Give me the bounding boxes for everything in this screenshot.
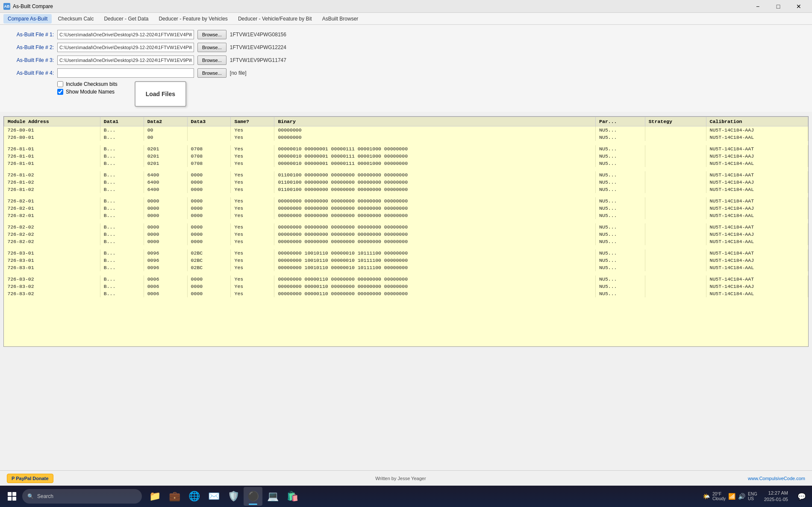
cell-strategy [645,152,706,160]
minimize-button[interactable]: − [748,0,768,13]
cell-binary: 01100100 00000000 00000000 00000000 0000… [274,179,596,186]
cell-same: Yes [231,171,274,179]
cell-par: NU5... [596,126,645,134]
clock[interactable]: 12:27 AM 2025-01-05 [761,490,791,503]
network-icon[interactable]: 📶 [728,493,736,500]
cell-addr: 726-81-01 [4,152,100,160]
cell-strategy [645,283,706,290]
taskbar-app-teams[interactable]: 💼 [165,487,184,506]
browse-button-2[interactable]: Browse... [197,43,227,52]
notifications-button[interactable]: 💬 [795,487,809,506]
menu-compare-as-built[interactable]: Compare As-Built [3,14,52,23]
taskbar-app-edge[interactable]: 🌐 [185,487,203,506]
table-row: 726-81-02 B... 6400 0000 Yes 01100100 00… [4,186,808,193]
load-files-button[interactable]: Load Files [135,81,186,107]
cell-d2: 0096 [144,264,187,271]
cell-addr: 726-83-02 [4,275,100,283]
cell-d2: 0201 [144,145,187,152]
col-module-address: Module Address [4,117,100,126]
terminal-icon: 💻 [267,491,279,502]
cell-strategy [645,275,706,283]
grid-spacer-row [4,167,808,171]
data-grid: Module Address Data1 Data2 Data3 Same? B… [4,117,808,297]
cell-binary: 00000000 00000110 00000000 00000000 0000… [274,283,596,290]
cell-d1: B... [100,152,144,160]
browse-button-1[interactable]: Browse... [197,30,227,39]
cell-cal: NU5T-14C184-AAT [706,145,808,152]
taskbar-app-explorer[interactable]: 📁 [145,487,164,506]
file-row-1: As-Built File # 1: Browse... 1FTVW1EV4PW… [7,30,805,39]
cell-cal: NU5T-14C184-AAT [706,171,808,179]
weather-icon: 🌤️ [703,493,710,500]
cell-par: NU5... [596,238,645,245]
file-input-3[interactable] [57,56,194,65]
cell-binary: 00000000 00000110 00000000 00000000 0000… [274,290,596,297]
table-row: 726-82-01 B... 0000 0000 Yes 00000000 00… [4,197,808,205]
taskbar-app-security[interactable]: 🛡️ [224,487,243,506]
maximize-button[interactable]: □ [768,0,788,13]
cell-d2: 00 [144,134,187,141]
cell-addr: 726-81-02 [4,171,100,179]
cell-d2: 0096 [144,257,187,264]
taskbar-app-store[interactable]: 🛍️ [283,487,302,506]
table-row: 726-83-02 B... 0006 0000 Yes 00000000 00… [4,290,808,297]
menu-checksum-calc[interactable]: Checksum Calc [53,14,98,23]
browse-button-4[interactable]: Browse... [197,68,227,78]
taskbar-app-github[interactable]: ⚫ [244,487,262,506]
table-row: 726-81-01 B... 0201 0708 Yes 00000010 00… [4,152,808,160]
paypal-button[interactable]: P PayPal Donate [7,474,53,483]
browse-button-3[interactable]: Browse... [197,56,227,65]
cell-cal: NU5T-14C184-AAL [706,290,808,297]
cell-binary: 00000000 00000000 00000000 00000000 0000… [274,197,596,205]
cell-d1: B... [100,126,144,134]
cell-d3: 0000 [187,238,231,245]
website-link[interactable]: www.CompulsiveCode.com [748,476,805,481]
system-tray: 🌤️ 20°F Cloudy 📶 🔊 ENG US [703,492,757,501]
start-button[interactable] [3,488,21,505]
cell-strategy [645,160,706,167]
cell-d1: B... [100,212,144,219]
show-module-names-checkbox[interactable] [57,89,63,95]
cell-d2: 0000 [144,223,187,231]
cell-addr: 726-82-02 [4,223,100,231]
cell-same: Yes [231,264,274,271]
cell-addr: 726-82-02 [4,231,100,238]
volume-icon[interactable]: 🔊 [738,493,745,500]
taskbar-app-terminal[interactable]: 💻 [263,487,282,506]
file-id-2: 1FTVW1EV4PWG12224 [230,44,286,50]
cell-strategy [645,171,706,179]
col-strategy: Strategy [645,117,706,126]
cell-d3: 0000 [187,290,231,297]
cell-strategy [645,212,706,219]
file-id-4: [no file] [230,70,247,76]
table-row: 726-81-02 B... 6400 0000 Yes 01100100 00… [4,179,808,186]
cell-d2: 0006 [144,283,187,290]
cell-same: Yes [231,205,274,212]
cell-par: NU5... [596,160,645,167]
cell-strategy [645,205,706,212]
window-title: As-Built Compare [13,3,53,9]
cell-d2: 6400 [144,186,187,193]
cell-d1: B... [100,257,144,264]
close-button[interactable]: ✕ [789,0,809,13]
file-label-4: As-Built File # 4: [7,70,54,76]
title-bar-left: AB As-Built Compare [3,3,53,10]
file-input-2[interactable] [57,43,194,52]
taskbar-app-mail[interactable]: ✉️ [204,487,223,506]
menu-asbuilt-browser[interactable]: AsBuilt Browser [318,14,363,23]
file-input-1[interactable] [57,30,194,39]
taskbar-search[interactable]: 🔍 Search [22,489,142,504]
cell-d3: 0000 [187,186,231,193]
cell-same: Yes [231,275,274,283]
cell-strategy [645,264,706,271]
include-checksum-checkbox[interactable] [57,81,63,87]
file-input-4[interactable] [57,68,194,78]
windows-logo [8,492,16,501]
data-grid-container[interactable]: Module Address Data1 Data2 Data3 Same? B… [3,116,809,347]
cell-binary: 00000000 10010110 00000010 10111100 0000… [274,257,596,264]
menu-deducer-vehicle-feature-by-bit[interactable]: Deducer - Vehicle/Feature by Bit [234,14,316,23]
menu-deducer-get-data[interactable]: Deducer - Get Data [100,14,153,23]
menu-deducer-feature-by-vehicles[interactable]: Deducer - Feature by Vehicles [154,14,232,23]
cell-addr: 726-81-02 [4,186,100,193]
col-par: Par... [596,117,645,126]
